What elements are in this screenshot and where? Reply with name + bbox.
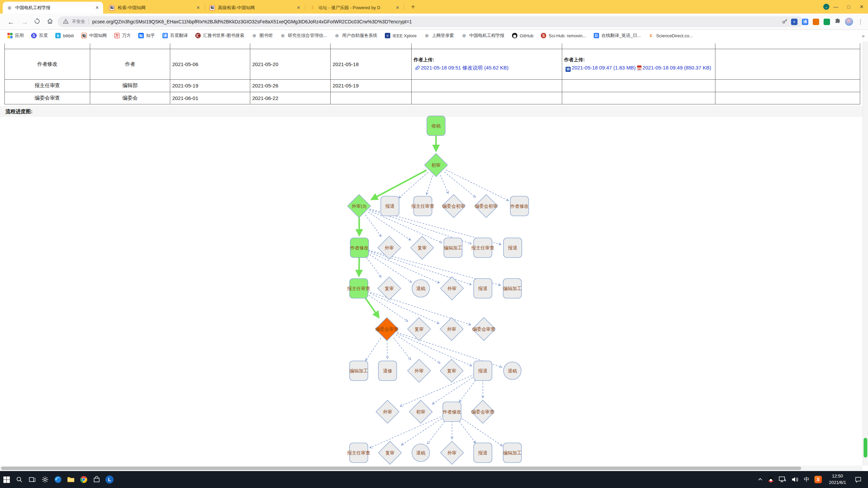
tab-title: 高级检索-中国知网 [218,5,292,11]
bookmark-item[interactable]: bbilibili [52,33,78,38]
site-favicon: 知 [210,5,215,11]
app-l-icon[interactable]: L [103,471,116,488]
new-tab-button[interactable]: + [411,3,415,11]
network-display-icon[interactable] [779,476,786,483]
table-cell [412,79,562,92]
review-progress-table: 作者修改作者2021-05-062021-05-202021-05-18作者上传… [4,43,860,104]
tab-close-icon[interactable]: ✕ [94,5,99,10]
bookmark-item[interactable]: GitHub [508,33,537,38]
globe-favicon: ⊕ [461,33,467,38]
extension-icon[interactable] [813,19,819,25]
attachment-link[interactable]: 2021-05-18 09:47 (1.83 MB) [572,65,635,70]
table-row: 作者修改作者2021-05-062021-05-202021-05-18作者上传… [5,49,860,79]
profile-avatar[interactable] [845,18,853,26]
site-favicon: D [594,33,599,38]
table-cell: 作者上传: 2021-05-18 09:51 修改说明 (45.62 KB) [412,49,562,79]
bookmark-label: 上网登录窗 [432,33,454,39]
taskbar-clock[interactable]: 12:50 2021/6/1 [827,473,848,486]
password-key-icon[interactable] [782,18,788,25]
tab-search-icon[interactable]: ⌄ [823,4,829,10]
maximize-button[interactable]: □ [842,0,855,14]
bookmarks-overflow-icon[interactable]: » [862,33,865,39]
bookmark-item[interactable]: 应用 [3,33,27,39]
table-row: 编委会审查编委会2021-06-012021-06-22 [5,92,860,104]
extension-icon[interactable]: ≡ [791,19,797,25]
bookmark-item[interactable]: ⊕中国电机工程学报 [458,33,508,39]
bookmark-item[interactable]: 百百度 [27,33,52,39]
bookmark-label: 中国知网 [89,33,107,39]
flow-diagram-label: 流程进度图: [0,106,863,117]
extensions-puzzle-icon[interactable] [834,18,841,25]
notification-center-icon[interactable] [853,471,863,488]
volume-icon[interactable] [791,476,799,483]
search-icon[interactable] [13,471,26,488]
extension-icon[interactable] [824,19,830,25]
globe-favicon: ⊕ [424,33,430,38]
bookmark-item[interactable]: 万万方 [111,33,135,39]
vertical-scrollbar[interactable] [863,41,868,466]
table-cell: 2021-06-01 [170,92,250,104]
browser-tab[interactable]: ⊕中国电机工程学报✕ [3,2,103,14]
site-favicon: 万 [114,33,120,38]
close-button[interactable]: ✕ [855,0,868,14]
store-icon[interactable] [90,471,103,488]
table-cell [562,79,715,92]
tab-close-icon[interactable]: ✕ [394,5,399,10]
table-cell: 2021-05-18 [331,49,412,79]
edge-icon[interactable] [52,471,64,488]
clock-time: 12:50 [827,473,848,480]
attachment-link[interactable]: 2021-05-18 09:49 (850.37 KB) [643,65,711,70]
bookmark-item[interactable]: 译百度翻译 [159,33,192,39]
bookmark-item[interactable]: 汇汇雅书世界-图书搜索 [192,33,248,39]
browser-menu-icon[interactable]: ⋮ [857,18,863,25]
tab-close-icon[interactable]: ✕ [195,5,200,10]
browser-tab[interactable]: 知高级检索-中国知网✕ [205,2,304,14]
forward-button[interactable]: → [21,18,28,25]
translate-extension-icon[interactable]: 译 [802,19,808,25]
bookmark-label: 研究生综合管理信... [288,33,327,39]
site-favicon: S [541,33,546,38]
url-text[interactable]: pcsee.org/QZm3hgcSMsI19QSK6_EHaxC11hbpfR… [92,19,778,24]
bookmark-label: GitHub [520,33,533,38]
bookmark-item[interactable]: 知中国知网 [78,33,111,39]
table-row [5,43,860,49]
table-cell: 作者 [90,49,170,79]
tab-close-icon[interactable]: ✕ [295,5,300,10]
sogou-icon[interactable]: S [814,476,822,483]
bookmark-item[interactable]: ≡IEEE Xplore [381,33,420,38]
attachment-link[interactable]: 2021-05-18 09:51 修改说明 (45.62 KB) [421,65,508,70]
bookmark-item[interactable]: D在线翻译_英语_日... [590,33,645,39]
bookmark-label: 在线翻译_英语_日... [601,33,641,39]
globe-favicon: ⊕ [280,33,285,38]
chrome-icon[interactable] [77,471,90,488]
back-button[interactable]: ← [7,18,15,25]
tab-divider [404,4,405,10]
address-bar[interactable]: 不安全 pcsee.org/QZm3hgcSMsI19QSK6_EHaxC11h… [58,16,804,27]
file-explorer-icon[interactable] [64,471,77,488]
minimize-button[interactable]: — [829,0,842,14]
bookmark-item[interactable]: SSci-Hub: removin... [537,33,590,38]
bookmark-item[interactable]: ⊕研究生综合管理信... [276,33,331,39]
bookmark-item[interactable]: ⊕用户自助服务系统 [331,33,381,39]
table-cell: 2021-05-19 [170,79,250,92]
task-view-icon[interactable] [26,471,39,488]
settings-icon[interactable] [39,471,52,488]
horizontal-scrollbar[interactable] [0,466,863,471]
vertical-scrollbar-thumb[interactable] [864,438,867,458]
bookmark-item[interactable]: EScienceDirect.co... [645,33,696,38]
table-cell [331,43,412,49]
start-icon[interactable] [0,471,13,488]
qq-icon[interactable] [768,476,774,483]
security-label[interactable]: 不安全 [72,19,85,25]
browser-tab[interactable]: 知检索-中国知网✕ [105,2,204,14]
horizontal-scrollbar-thumb[interactable] [1,467,801,470]
tray-expand-icon[interactable] [757,477,763,482]
bookmark-item[interactable]: ⊕图书馆 [248,33,276,39]
browser-tab[interactable]: Z论坛 - 僵尸乐园 - Powered by D✕ [306,2,403,14]
bookmark-item[interactable]: ⊕上网登录窗 [420,33,458,39]
page-content: 作者修改作者2021-05-062021-05-202021-05-18作者上传… [0,41,863,466]
bookmark-item[interactable]: 知知乎 [135,33,159,39]
reload-button[interactable] [34,18,40,25]
ime-icon[interactable]: 中 [804,476,809,483]
home-button[interactable] [47,18,53,25]
